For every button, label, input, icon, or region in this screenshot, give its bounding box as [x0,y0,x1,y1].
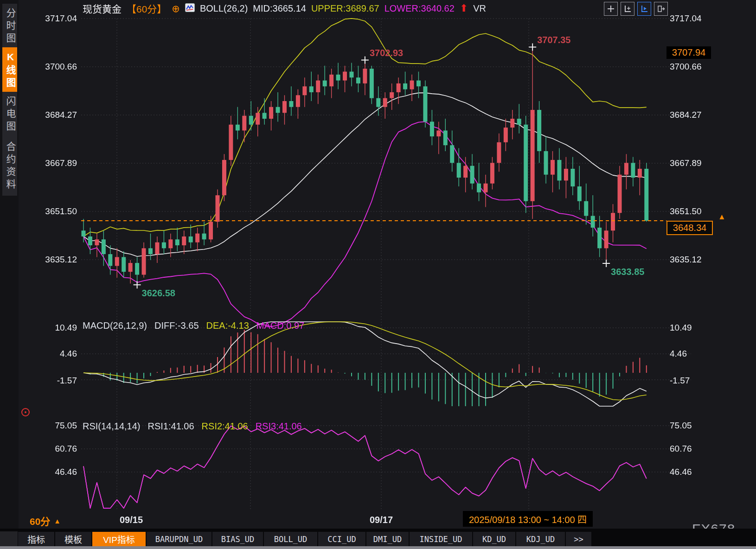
axis-scale-icon[interactable] [621,2,634,16]
tab-inside-ud[interactable]: INSIDE_UD [410,532,472,546]
price-up-arrow-icon: ▲ [718,212,726,222]
tab-vip-indicators[interactable]: VIP指标 [92,532,146,546]
sidebar-item-contract-info[interactable]: 合约资料 [2,137,17,196]
tab-kdj-ud[interactable]: KDJ_UD [516,532,565,546]
tab-bias-ud[interactable]: BIAS_UD [212,532,263,546]
sidebar-item-timeline-chart[interactable]: 分时图 [2,4,17,50]
price-tick: 3667.89 [670,158,702,168]
macd-tick: 10.49 [670,323,692,333]
pan-icon[interactable] [604,2,618,16]
annotation-high: 3702.93 [370,48,403,58]
price-tick: 3700.66 [29,62,77,72]
macd-tick: -1.57 [670,376,690,386]
current-bar-time-tag: 2025/09/18 13:00 ~ 14:00 四 [463,511,593,527]
macd-tick: 4.46 [29,349,77,359]
price-tick: 3667.89 [29,158,77,168]
rsi-header: RSI(14,14,14) RSI1:41.06 RSI2:41.06 RSI3… [83,421,302,432]
rsi-tick: 46.46 [670,467,692,477]
price-tick: 3717.04 [29,13,77,24]
macd-header: MACD(26,12,9) DIFF:-3.65 DEA:-4.13 MACD:… [83,320,304,331]
tab-barupdn-ud[interactable]: BARUPDN_UD [147,532,211,546]
boll-lower: LOWER:3640.62 [384,3,455,14]
triangle-up-icon: ▲ [54,517,61,525]
rsi-title: RSI(14,14,14) [83,421,141,432]
rsi-tick: 46.46 [29,467,77,477]
tab-kd-ud[interactable]: KD_UD [473,532,515,546]
mini-chart-icon [185,3,195,14]
live-indicator-icon [21,408,30,416]
price-tick: 3635.12 [670,255,702,265]
price-tick: 3717.04 [670,13,702,24]
macd-diff: DIFF:-3.65 [154,320,199,331]
horizontal-scrollbar[interactable] [0,546,756,549]
period-label[interactable]: 【60分】 [127,1,167,15]
rsi2-value: RSI2:41.06 [202,421,248,432]
rsi-tick: 60.76 [29,444,77,454]
symbol-title: 现货黄金 [83,1,122,15]
rsi-tick: 75.05 [29,421,77,431]
macd-value: MACD:0.97 [256,320,304,331]
price-tick: 3684.27 [29,110,77,120]
price-tick: 3635.12 [29,255,77,265]
tab-dmi-ud[interactable]: DMI_UD [366,532,409,546]
session-high-tag: 3707.94 [666,46,711,59]
annotation-low: 3633.85 [611,267,644,277]
rsi3-value: RSI3:41.06 [256,421,302,432]
tab-cci-ud[interactable]: CCI_UD [318,532,365,546]
sidebar-item-flash-chart[interactable]: 闪电图 [2,92,17,138]
tab-more[interactable]: >> [566,532,591,546]
rsi-tick: 60.76 [670,444,692,454]
price-tick: 3651.50 [670,206,702,217]
trading-app-window: 分时图 K线图 闪电图 合约资料 现货黄金 【60分】 ⊕ BOLL(26,2)… [0,0,756,549]
timeframe-label: 60分 [30,514,50,528]
rsi1-value: RSI1:41.06 [148,421,194,432]
price-tick: 3700.66 [670,62,702,72]
boll-label: BOLL(26,2) [200,3,248,14]
chart-toolbar [604,2,668,16]
macd-tick: 4.46 [670,349,687,359]
tab-boll-ud[interactable]: BOLL_UD [264,532,317,546]
left-sidebar: 分时图 K线图 闪电图 合约资料 [0,0,19,529]
macd-tick: -1.57 [29,376,77,386]
timeframe-selector[interactable]: 60分 ▲ [30,514,61,528]
rsi-tick: 75.05 [670,421,692,431]
red-up-arrow-icon: ⬆ [460,3,468,13]
tab-templates[interactable]: 模板 [55,532,91,546]
date-tick: 09/15 [120,515,143,525]
boll-mid: MID:3665.14 [253,3,306,14]
export-icon[interactable] [654,2,668,16]
boll-upper: UPPER:3689.67 [311,3,379,14]
macd-dea: DEA:-4.13 [206,320,249,331]
tabbar-corner [0,531,18,546]
vr-label[interactable]: VR [473,3,486,14]
chart-header: 现货黄金 【60分】 ⊕ BOLL(26,2) MID:3665.14 UPPE… [83,1,486,15]
price-tick: 3684.27 [670,110,702,120]
last-price-tag: 3648.34 [666,221,713,235]
axis-play-icon[interactable] [637,2,651,16]
sidebar-item-kline-chart[interactable]: K线图 [2,47,17,94]
price-tick: 3651.50 [29,206,77,217]
annotation-high: 3707.35 [537,35,570,45]
tab-indicators[interactable]: 指标 [18,532,54,546]
macd-tick: 10.49 [29,323,77,333]
date-tick: 09/17 [370,515,393,525]
macd-title: MACD(26,12,9) [83,320,147,331]
circle-plus-icon[interactable]: ⊕ [172,4,180,13]
annotation-low: 3626.58 [142,288,175,299]
